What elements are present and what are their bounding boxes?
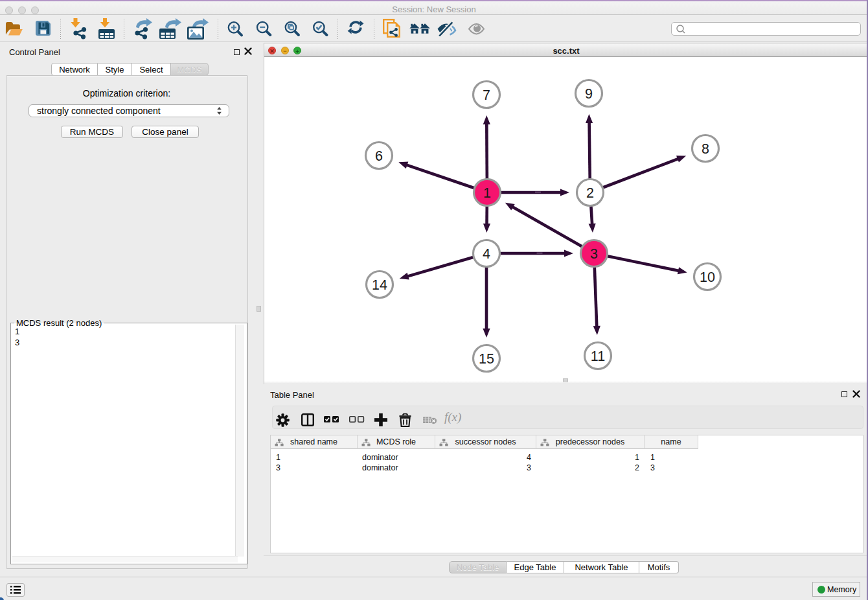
- svg-text:14: 14: [372, 277, 387, 293]
- svg-text:7: 7: [483, 87, 490, 103]
- svg-text:6: 6: [375, 148, 383, 164]
- svg-text:3: 3: [590, 246, 598, 262]
- svg-text:4: 4: [483, 246, 490, 262]
- svg-text:11: 11: [591, 349, 605, 364]
- svg-text:9: 9: [585, 86, 593, 102]
- svg-text:2: 2: [586, 185, 594, 201]
- svg-text:8: 8: [702, 141, 709, 157]
- svg-text:1: 1: [483, 185, 491, 201]
- svg-text:15: 15: [479, 351, 494, 367]
- svg-text:10: 10: [700, 270, 715, 285]
